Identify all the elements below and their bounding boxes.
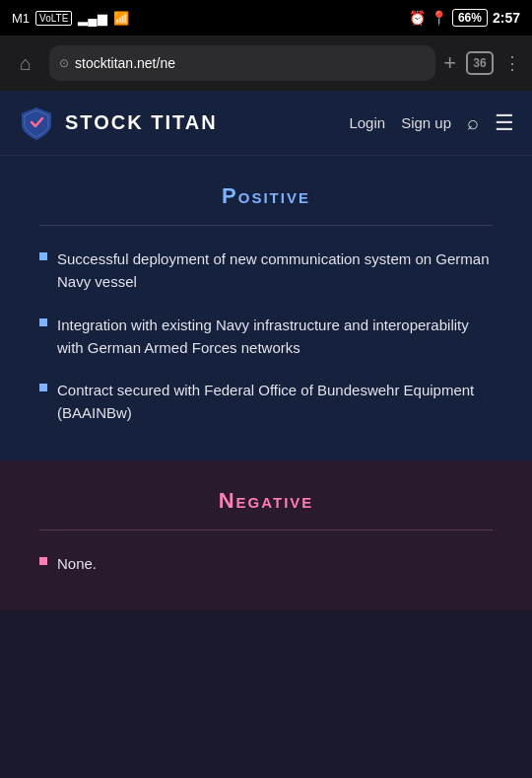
url-text: stocktitan.net/ne [75, 55, 175, 71]
battery-indicator: 66% [452, 9, 488, 27]
negative-bullet-list: None. [39, 552, 493, 575]
positive-bullet-list: Successful deployment of new communicati… [39, 248, 493, 425]
site-nav: Login Sign up ⌕ ☰ [349, 110, 514, 136]
list-item: Successful deployment of new communicati… [39, 248, 493, 294]
search-icon[interactable]: ⌕ [467, 111, 479, 134]
negative-divider [39, 530, 493, 530]
new-tab-button[interactable]: + [443, 50, 456, 76]
bullet-icon [39, 384, 47, 391]
bullet-text: None. [57, 552, 97, 575]
main-content: Positive Successful deployment of new co… [0, 156, 532, 610]
bullet-text: Contract secured with Federal Office of … [57, 379, 493, 425]
tab-count-badge[interactable]: 36 [466, 51, 494, 75]
bullet-icon [39, 318, 47, 326]
wifi-icon: 📶 [113, 11, 129, 26]
site-icon: ⊙ [59, 56, 69, 70]
status-bar: M1 VoLTE ▂▄▆ 📶 ⏰ 📍 66% 2:57 [0, 0, 532, 35]
browser-actions: + 36 ⋮ [443, 50, 522, 76]
home-button[interactable]: ⌂ [10, 47, 41, 79]
browser-menu-button[interactable]: ⋮ [503, 52, 522, 74]
carrier-text: M1 [12, 11, 30, 26]
list-item: Contract secured with Federal Office of … [39, 379, 493, 425]
negative-section: Negative None. [0, 460, 532, 610]
negative-section-title: Negative [39, 488, 493, 514]
url-bar[interactable]: ⊙ stocktitan.net/ne [49, 45, 435, 81]
signup-link[interactable]: Sign up [401, 114, 451, 131]
location-icon: 📍 [431, 10, 447, 26]
site-name-text: STOCK TITAN [65, 111, 218, 134]
browser-bar: ⌂ ⊙ stocktitan.net/ne + 36 ⋮ [0, 35, 532, 91]
volte-badge: VoLTE [35, 11, 72, 26]
list-item: None. [39, 552, 493, 575]
positive-section: Positive Successful deployment of new co… [0, 156, 532, 460]
bullet-text: Successful deployment of new communicati… [57, 248, 493, 294]
alarm-icon: ⏰ [409, 10, 426, 26]
signal-icon: ▂▄▆ [78, 11, 106, 26]
login-link[interactable]: Login [349, 114, 385, 131]
time-display: 2:57 [493, 10, 520, 26]
bullet-icon [39, 252, 47, 260]
positive-section-title: Positive [39, 183, 493, 209]
hamburger-menu-icon[interactable]: ☰ [495, 110, 514, 136]
bullet-text: Integration with existing Navy infrastru… [57, 314, 493, 360]
home-icon: ⌂ [20, 52, 32, 75]
bullet-icon [39, 557, 47, 565]
status-left: M1 VoLTE ▂▄▆ 📶 [12, 11, 129, 26]
list-item: Integration with existing Navy infrastru… [39, 314, 493, 360]
status-right: ⏰ 📍 66% 2:57 [409, 9, 520, 27]
site-header: STOCK TITAN Login Sign up ⌕ ☰ [0, 91, 532, 156]
positive-divider [39, 225, 493, 226]
logo-shield-icon [18, 105, 55, 142]
site-logo[interactable]: STOCK TITAN [18, 105, 218, 142]
